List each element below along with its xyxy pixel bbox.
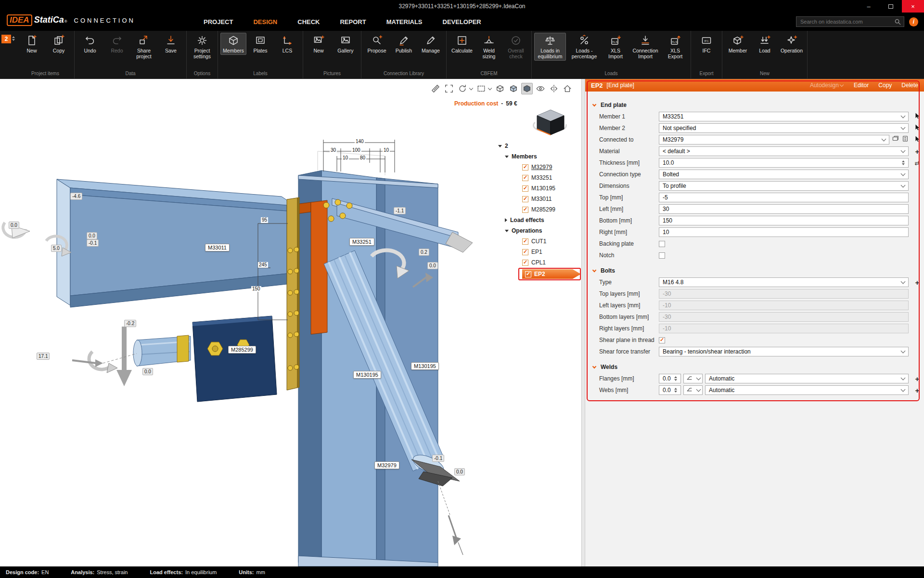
- tab-project[interactable]: PROJECT: [204, 18, 233, 26]
- connected-to-select[interactable]: M32979: [659, 135, 889, 144]
- collapse-icon[interactable]: [505, 230, 509, 232]
- notch-checkbox[interactable]: [659, 252, 665, 259]
- dimensions-select[interactable]: To profile: [659, 181, 909, 191]
- xls-import-button[interactable]: XLS XLS Import: [603, 33, 629, 61]
- tree-item-cut1[interactable]: CUT1: [498, 236, 581, 247]
- home-view-icon[interactable]: [562, 83, 573, 94]
- spinner-icons[interactable]: [674, 388, 677, 393]
- collapse-icon[interactable]: [498, 145, 502, 147]
- connected-bolt-icon[interactable]: [902, 135, 909, 144]
- help-icon[interactable]: i: [909, 17, 918, 26]
- shear-plane-checkbox[interactable]: [659, 337, 665, 343]
- project-settings-button[interactable]: Project settings: [189, 33, 215, 61]
- panel-splitter[interactable]: [581, 79, 585, 566]
- tree-item-ep2-selected[interactable]: EP2: [498, 268, 581, 280]
- endplate-ep1-plate[interactable]: [287, 197, 299, 390]
- left-input[interactable]: 30: [659, 204, 909, 214]
- overall-check-button[interactable]: Overall check: [503, 33, 529, 61]
- backing-plate-checkbox[interactable]: [659, 241, 665, 247]
- labels-plates-button[interactable]: Plates: [247, 33, 273, 55]
- new-project-button[interactable]: New: [19, 33, 45, 55]
- flanges-weld-type-select[interactable]: [683, 374, 703, 383]
- pick-member-cursor-icon[interactable]: [914, 135, 921, 144]
- flanges-weld-mode-select[interactable]: Automatic: [705, 374, 909, 383]
- redo-button[interactable]: Redo: [104, 33, 130, 55]
- gallery-button[interactable]: Gallery: [333, 33, 359, 55]
- operation-checkbox[interactable]: [522, 238, 528, 245]
- thickness-stepper[interactable]: 10.0: [659, 158, 909, 168]
- navigation-cube[interactable]: [531, 105, 570, 139]
- search-input[interactable]: [796, 17, 904, 26]
- section-bolts[interactable]: Bolts: [585, 265, 924, 276]
- section-welds[interactable]: Welds: [585, 361, 924, 373]
- member-checkbox[interactable]: [522, 207, 528, 213]
- solid-view-icon[interactable]: [508, 83, 519, 94]
- selection-count-badge[interactable]: 2: [0, 31, 16, 79]
- member-checkbox[interactable]: [522, 164, 528, 171]
- webs-weld-mode-select[interactable]: Automatic: [705, 385, 909, 395]
- expand-icon[interactable]: [505, 218, 507, 222]
- tab-developer[interactable]: DEVELOPER: [443, 18, 481, 26]
- stub-tube-member[interactable]: [133, 335, 191, 366]
- share-project-button[interactable]: Share project: [131, 33, 157, 61]
- tree-item-m33011[interactable]: M33011: [498, 194, 581, 204]
- add-material-button[interactable]: +: [915, 148, 920, 155]
- close-button[interactable]: ×: [902, 0, 924, 13]
- tree-load-effects-header[interactable]: Load effects: [498, 215, 581, 225]
- copy-project-button[interactable]: Copy: [46, 33, 72, 55]
- delete-operation-button[interactable]: Delete: [901, 82, 918, 89]
- tree-item-m130195[interactable]: M130195: [498, 183, 581, 194]
- bottom-input[interactable]: 150: [659, 216, 909, 225]
- manage-button[interactable]: Manage: [418, 33, 444, 55]
- member-checkbox[interactable]: [522, 196, 528, 202]
- add-bolt-type-button[interactable]: +: [915, 279, 920, 286]
- material-select[interactable]: < default >: [659, 146, 909, 156]
- webs-weld-stepper[interactable]: 0.0: [659, 385, 681, 395]
- tree-item-m285299[interactable]: M285299: [498, 204, 581, 215]
- pick-member-cursor-icon[interactable]: [914, 112, 921, 121]
- tree-members-header[interactable]: Members: [498, 151, 581, 162]
- selection-spinner-icon[interactable]: [12, 35, 15, 41]
- new-picture-button[interactable]: New: [306, 33, 332, 55]
- save-button[interactable]: Save: [158, 33, 184, 55]
- editor-button[interactable]: Editor: [854, 82, 869, 89]
- member2-select[interactable]: Not specified: [659, 123, 909, 133]
- mirror-view-icon[interactable]: [548, 83, 560, 94]
- publish-button[interactable]: Publish: [391, 33, 417, 55]
- tab-materials[interactable]: MATERIALS: [386, 18, 423, 26]
- calculate-button[interactable]: Calculate: [449, 33, 475, 55]
- shear-transfer-select[interactable]: Bearing - tension/shear interaction: [659, 347, 909, 356]
- tree-operations-header[interactable]: Operations: [498, 225, 581, 236]
- plate-m285299[interactable]: [192, 316, 277, 402]
- maximize-button[interactable]: [880, 0, 902, 13]
- operation-checkbox[interactable]: [522, 249, 528, 255]
- marquee-dropdown-icon[interactable]: [488, 86, 492, 90]
- weld-sizing-button[interactable]: Weld sizing: [476, 33, 502, 61]
- marquee-select-icon[interactable]: [475, 83, 487, 94]
- undo-button[interactable]: Undo: [77, 33, 103, 55]
- fit-view-icon[interactable]: [443, 83, 455, 94]
- connection-import-button[interactable]: Connection Import: [629, 33, 661, 61]
- 3d-viewport[interactable]: Production cost - 59 € M33011 M33251 M28…: [0, 79, 581, 566]
- tab-design[interactable]: DESIGN: [253, 18, 277, 26]
- tab-report[interactable]: REPORT: [340, 18, 366, 26]
- member1-select[interactable]: M33251: [659, 112, 909, 121]
- rotate-dropdown-icon[interactable]: [469, 86, 473, 90]
- new-member-button[interactable]: Member: [725, 33, 751, 55]
- top-input[interactable]: -5: [659, 193, 909, 202]
- tree-item-m33251[interactable]: M33251: [498, 172, 581, 183]
- operation-checkbox[interactable]: [525, 271, 531, 277]
- loads-percentage-button[interactable]: Loads - percentage: [567, 33, 602, 61]
- right-input[interactable]: 10: [659, 227, 909, 237]
- rotate-view-icon[interactable]: [457, 83, 468, 94]
- connection-type-select[interactable]: Bolted: [659, 170, 909, 179]
- shaded-view-icon[interactable]: [521, 83, 533, 94]
- tree-item-cpl1[interactable]: CPL1: [498, 257, 581, 268]
- bolt-type-select[interactable]: M16 4.8: [659, 277, 909, 287]
- collapse-icon[interactable]: [505, 156, 509, 158]
- autodesign-button[interactable]: Autodesign: [810, 82, 844, 89]
- labels-members-button[interactable]: Members: [220, 33, 246, 55]
- tree-item-m32979[interactable]: M32979: [498, 162, 581, 172]
- add-webs-weld-button[interactable]: +: [915, 387, 920, 394]
- minimize-button[interactable]: –: [858, 0, 880, 13]
